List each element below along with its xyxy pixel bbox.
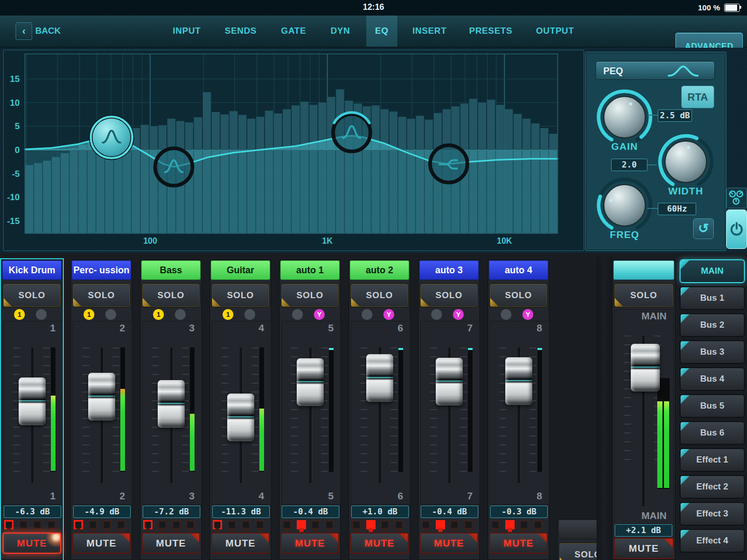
channel-name[interactable] <box>558 520 597 539</box>
fader-tick <box>361 471 367 472</box>
eq-node-2[interactable] <box>155 148 192 186</box>
tab-presets[interactable]: PRESETS <box>460 16 522 47</box>
fader-value: -11.3 dB <box>212 506 270 518</box>
eq-node-3[interactable] <box>333 113 370 151</box>
width-value[interactable]: 2.0 <box>611 159 647 171</box>
rta-button[interactable]: RTA <box>681 86 714 108</box>
fader-cap[interactable] <box>366 354 393 402</box>
fader-cap[interactable] <box>88 373 115 421</box>
knobs-icon <box>727 188 745 207</box>
channel-knobs-button[interactable] <box>726 188 747 208</box>
fader-tick <box>321 418 328 419</box>
mute-button[interactable]: MUTE <box>350 533 409 554</box>
bus-button-bus-6[interactable]: Bus 6 <box>680 421 745 445</box>
fader-tick <box>624 397 631 398</box>
fader-cap[interactable] <box>19 377 46 425</box>
level-meter <box>190 347 195 472</box>
level-meter <box>398 347 403 472</box>
bus-button-bus-1[interactable]: Bus 1 <box>680 286 745 310</box>
fader-tick <box>222 383 228 384</box>
assign-pin <box>255 520 265 529</box>
mute-button[interactable]: MUTE <box>3 533 61 554</box>
assign-pin <box>19 520 28 529</box>
fader-cap[interactable] <box>227 394 254 441</box>
bus-button-bus-4[interactable]: Bus 4 <box>680 367 745 391</box>
mute-button[interactable]: MUTE <box>72 533 131 554</box>
solo-button[interactable]: SOLO <box>212 284 269 307</box>
solo-button[interactable]: SOLO <box>142 284 200 307</box>
fader-tick <box>460 347 467 348</box>
channel-name[interactable] <box>613 260 674 280</box>
mute-button[interactable]: MUTE <box>614 538 674 559</box>
freq-value[interactable]: 60Hz <box>658 203 696 215</box>
mute-button[interactable]: MUTE <box>420 533 478 554</box>
solo-button[interactable]: SOLO <box>490 284 547 307</box>
tab-output[interactable]: OUTPUT <box>524 16 586 47</box>
mute-button[interactable]: MUTE <box>489 533 548 554</box>
bus-button-effect-4[interactable]: Effect 4 <box>680 529 745 553</box>
solo-button[interactable]: SOLO <box>73 284 130 307</box>
fader-tick <box>321 427 328 428</box>
tab-input[interactable]: INPUT <box>156 16 218 47</box>
fader-cap[interactable] <box>436 358 463 405</box>
mute-button[interactable]: MUTE <box>281 533 339 554</box>
solo-button[interactable]: SOLO <box>281 284 339 307</box>
power-button[interactable] <box>726 209 747 249</box>
channel-name[interactable]: Guitar <box>211 260 270 280</box>
solo-button[interactable]: SOLO <box>3 284 61 307</box>
eq-type-select[interactable]: PEQ <box>596 61 715 80</box>
eq-node-4[interactable] <box>430 145 467 183</box>
mute-button[interactable]: MUTE <box>142 533 200 554</box>
fader-tick <box>152 436 159 437</box>
bus-button-bus-3[interactable]: Bus 3 <box>680 340 745 364</box>
meter-peak-tick <box>398 348 403 350</box>
back-button[interactable]: ‹ BACK <box>16 23 88 39</box>
bus-button-bus-5[interactable]: Bus 5 <box>680 394 745 418</box>
fader-tick <box>624 380 631 381</box>
channel-name[interactable]: Perc- ussion <box>72 260 131 280</box>
bus-corner-mark <box>681 368 689 377</box>
solo-button[interactable]: SOLO <box>420 284 478 307</box>
channel-name[interactable]: auto 4 <box>489 260 548 280</box>
fader-tick <box>460 462 467 463</box>
fader-tick <box>13 374 20 375</box>
gain-value[interactable]: 2.5 dB <box>658 109 692 122</box>
fader-cap[interactable] <box>631 344 660 391</box>
eq-graph[interactable]: 151050-5-10-151001K10K <box>4 51 582 250</box>
freq-knob[interactable] <box>593 174 656 236</box>
width-knob[interactable] <box>655 131 717 193</box>
solo-button[interactable]: SOLO <box>351 284 408 307</box>
fader-tick <box>460 444 467 445</box>
channel-name[interactable]: auto 1 <box>280 260 340 280</box>
fader-tick <box>361 409 367 410</box>
mute-button[interactable]: MUTE <box>211 533 270 554</box>
fader-cap[interactable] <box>297 358 324 406</box>
fader-tick <box>391 436 397 437</box>
badge-right <box>105 309 116 320</box>
gain-knob[interactable] <box>593 86 656 148</box>
solo-button[interactable]: SOLO <box>614 284 673 307</box>
channel-name[interactable]: auto 2 <box>350 260 409 280</box>
fader-tick <box>252 383 258 384</box>
fader-tick <box>82 427 89 428</box>
fader-tick <box>624 424 631 425</box>
fader-cap[interactable] <box>158 380 185 428</box>
bus-button-main[interactable]: MAIN <box>680 259 745 283</box>
bus-button-bus-2[interactable]: Bus 2 <box>680 313 745 337</box>
channel-number-top: 1 <box>50 323 56 334</box>
fader-tick <box>430 462 437 463</box>
fader-value: +1.0 dB <box>351 506 409 518</box>
fader-tick <box>43 356 50 357</box>
bus-button-effect-2[interactable]: Effect 2 <box>680 475 745 499</box>
fader-tick <box>530 436 536 437</box>
fader-cap[interactable] <box>505 357 532 405</box>
eq-node-1[interactable] <box>91 117 132 158</box>
reset-eq-button[interactable]: ↺ <box>693 218 714 239</box>
channel-name[interactable]: Kick Drum <box>2 260 62 280</box>
bus-button-effect-3[interactable]: Effect 3 <box>680 502 745 526</box>
bus-button-effect-1[interactable]: Effect 1 <box>680 448 745 472</box>
solo-button[interactable]: SOLO <box>559 543 597 560</box>
tab-insert[interactable]: INSERT <box>398 16 461 47</box>
channel-name[interactable]: auto 3 <box>419 260 479 280</box>
channel-name[interactable]: Bass <box>141 260 201 280</box>
